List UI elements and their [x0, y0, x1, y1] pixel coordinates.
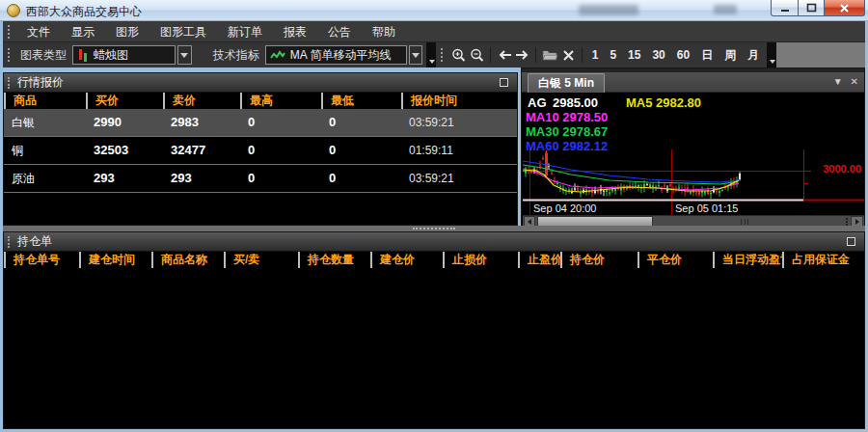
timeframe-button-30[interactable]: 30	[646, 42, 670, 68]
app-window: 西部大众商品交易中心 文件显示图形图形工具新订单报表公告帮助 图表类型 蜡烛图	[0, 0, 868, 432]
menu-item-1[interactable]: 文件	[16, 21, 61, 42]
menu-item-2[interactable]: 显示	[61, 21, 105, 42]
indicator-select[interactable]: MA 简单移动平均线	[265, 45, 407, 65]
scrollbar-dots	[846, 218, 849, 226]
positions-panel-titlebar[interactable]: 持仓单	[4, 232, 864, 252]
column-header[interactable]: 止盈价	[518, 252, 560, 268]
column-header[interactable]: 持仓价	[560, 252, 637, 268]
tab-close-icon[interactable]: ✕	[851, 75, 858, 89]
column-header[interactable]: 建仓价	[370, 252, 443, 268]
positions-panel-maximize-button[interactable]	[847, 237, 855, 246]
quote-cell: 白银	[4, 109, 86, 136]
toolbar-separator	[490, 47, 491, 63]
close-x-icon	[839, 3, 850, 14]
panel-grip[interactable]	[8, 236, 11, 248]
toolbar: 图表类型 蜡烛图 技术指标 MA 简单移动平均线	[3, 42, 865, 68]
column-header[interactable]: 占用保证金	[782, 252, 864, 268]
chart-tab-bar: 白银 5 Min ▼ ✕	[522, 72, 864, 93]
chart-type-select[interactable]: 蜡烛图	[72, 45, 176, 65]
column-header[interactable]: 商品	[4, 93, 86, 109]
column-header[interactable]: 持仓数量	[298, 252, 370, 268]
time-gridline	[671, 202, 672, 215]
indicator-label: 技术指标	[213, 47, 259, 64]
toolbar-dark-zone: 图表类型 蜡烛图 技术指标 MA 简单移动平均线	[3, 42, 776, 68]
folder-icon	[542, 49, 558, 62]
toolbar-overflow-1[interactable]	[426, 42, 436, 68]
quote-cell: 03:59:21	[401, 165, 517, 192]
title-bar[interactable]: 西部大众商品交易中心	[0, 0, 868, 21]
column-header[interactable]: 卖价	[163, 93, 240, 109]
menu-item-8[interactable]: 帮助	[362, 21, 406, 42]
ma60-label: MA60 2982.12	[526, 139, 608, 153]
quote-cell: 0	[240, 165, 321, 192]
column-header[interactable]: 当日浮动盈亏	[713, 252, 782, 268]
menubar-grip[interactable]	[8, 25, 11, 39]
price-axis-label: 3000.00	[823, 163, 861, 175]
quote-cell: 0	[240, 109, 321, 136]
indicator-dropdown-arrow[interactable]	[409, 45, 423, 65]
menu-item-6[interactable]: 报表	[273, 21, 317, 42]
timeframe-button-5[interactable]: 5	[604, 42, 622, 68]
positions-table-header: 持仓单号建仓时间商品名称买/卖持仓数量建仓价止损价止盈价持仓价平仓价当日浮动盈亏…	[4, 252, 864, 268]
window-border-left	[0, 21, 3, 432]
time-gridline	[529, 202, 530, 215]
positions-panel: 持仓单 持仓单号建仓时间商品名称买/卖持仓数量建仓价止损价止盈价持仓价平仓价当日…	[3, 231, 865, 429]
scroll-right-button[interactable]	[514, 46, 530, 65]
menu-item-4[interactable]: 图形工具	[149, 21, 217, 42]
chart-symbol: AG	[528, 95, 547, 110]
column-header[interactable]: 最低	[321, 93, 401, 109]
toolbar-grip-2[interactable]	[441, 48, 444, 62]
column-header[interactable]: 商品名称	[151, 252, 224, 268]
menu-item-3[interactable]: 图形	[105, 21, 149, 42]
column-header[interactable]: 最高	[240, 93, 321, 109]
zoom-out-button[interactable]	[469, 46, 485, 65]
timeframe-buttons: 15153060日周月	[586, 42, 765, 68]
column-header[interactable]: 建仓时间	[79, 252, 151, 268]
quote-cell: 293	[163, 165, 240, 192]
delete-button[interactable]	[560, 46, 577, 65]
time-tick-2: Sep 05 01:15	[675, 202, 738, 214]
column-header[interactable]: 买/卖	[224, 252, 298, 268]
maximize-button[interactable]	[799, 0, 825, 16]
caption-buttons	[771, 0, 865, 16]
timeframe-button-1[interactable]: 1	[586, 42, 605, 68]
column-header[interactable]: 买价	[86, 93, 163, 109]
positions-panel-title: 持仓单	[17, 233, 52, 250]
tab-list-dropdown-icon[interactable]: ▼	[833, 75, 843, 89]
column-header[interactable]: 持仓单号	[4, 252, 79, 268]
chart-area[interactable]: AG 2985.00 MA5 2982.80 MA10 2978.50 MA30…	[523, 94, 864, 202]
column-header[interactable]: 报价时间	[401, 93, 517, 109]
minimize-button[interactable]	[771, 0, 799, 16]
timeframe-button-日[interactable]: 日	[695, 42, 719, 68]
magnifier-plus-icon	[451, 48, 466, 63]
toolbar-overflow-2[interactable]	[767, 42, 776, 68]
chart-type-dropdown-arrow[interactable]	[177, 45, 192, 65]
arrow-right-icon	[515, 50, 530, 60]
column-header[interactable]: 止损价	[443, 252, 518, 268]
quote-row-原油[interactable]: 原油2932930003:59:21	[4, 165, 517, 193]
quote-cell: 293	[86, 165, 163, 192]
zoom-in-button[interactable]	[450, 46, 467, 65]
toolbar-grip-1[interactable]	[8, 48, 11, 62]
tab-silver-5min[interactable]: 白银 5 Min	[528, 73, 605, 93]
toolbar-separator	[535, 47, 536, 63]
quote-panel-maximize-button[interactable]	[500, 78, 508, 87]
quote-cell: 0	[240, 137, 321, 164]
menu-item-7[interactable]: 公告	[317, 21, 362, 42]
close-button[interactable]	[825, 0, 865, 16]
panel-grip[interactable]	[8, 77, 11, 89]
timeframe-button-60[interactable]: 60	[671, 42, 695, 68]
quote-row-铜[interactable]: 铜32503324770001:59:11	[4, 137, 517, 165]
timeframe-button-15[interactable]: 15	[622, 42, 646, 68]
triangle-left-icon	[528, 219, 531, 225]
workspace-button[interactable]	[541, 46, 557, 65]
timeframe-button-月[interactable]: 月	[742, 42, 765, 68]
quote-panel-titlebar[interactable]: 行情报价	[4, 73, 517, 93]
window-title: 西部大众商品交易中心	[26, 4, 142, 20]
time-tick-1: Sep 04 20:00	[533, 202, 596, 214]
menu-item-5[interactable]: 新订单	[217, 21, 273, 42]
timeframe-button-周[interactable]: 周	[719, 42, 742, 68]
quote-row-白银[interactable]: 白银299029830003:59:21	[4, 109, 517, 137]
scroll-left-button[interactable]	[496, 46, 512, 65]
column-header[interactable]: 平仓价	[637, 252, 713, 268]
